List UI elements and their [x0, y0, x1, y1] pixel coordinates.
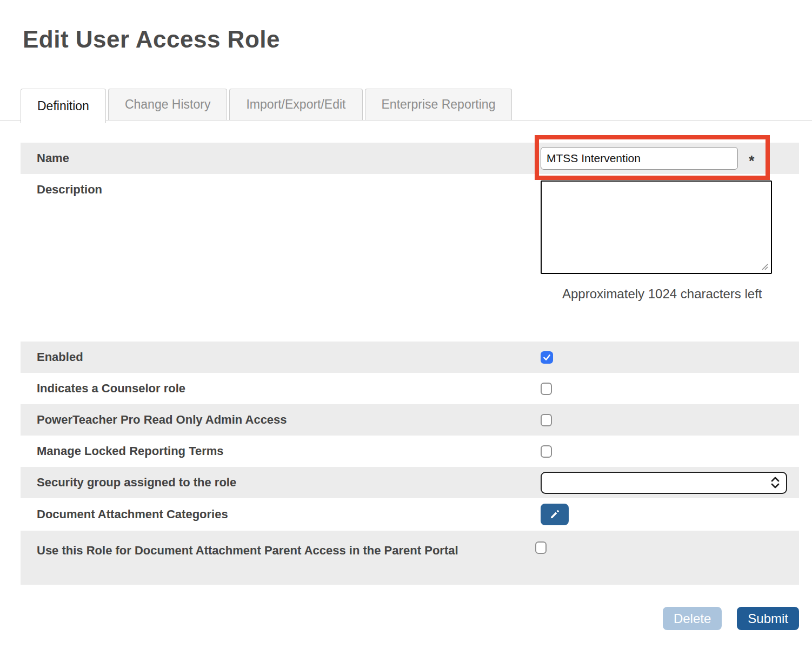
tab-bar: Definition Change History Import/Export/…: [0, 89, 812, 121]
pt-pro-read-only-label: PowerTeacher Pro Read Only Admin Access: [21, 404, 541, 436]
parent-portal-access-checkbox[interactable]: [535, 541, 547, 554]
tab-list: Definition Change History Import/Export/…: [21, 89, 812, 120]
submit-button[interactable]: Submit: [737, 607, 799, 630]
parent-portal-access-label: Use this Role for Document Attachment Pa…: [21, 531, 535, 562]
form-row-name: Name *: [21, 143, 799, 174]
form-row-description: Description Approximately 1024 character…: [21, 174, 799, 342]
tab-change-history[interactable]: Change History: [108, 89, 228, 120]
doc-attachment-categories-label: Document Attachment Categories: [21, 498, 541, 531]
form-row-manage-locked-terms: Manage Locked Reporting Terms: [21, 436, 799, 467]
edit-doc-categories-button[interactable]: [541, 504, 569, 525]
pt-pro-field-area: [541, 404, 799, 436]
description-field-area: Approximately 1024 characters left: [541, 174, 799, 305]
form-row-security-group: Security group assigned to the role: [21, 467, 799, 498]
counselor-checkbox[interactable]: [541, 383, 552, 395]
pt-pro-read-only-checkbox[interactable]: [541, 414, 552, 426]
enabled-field-area: [541, 342, 799, 373]
form-row-parent-portal-access: Use this Role for Document Attachment Pa…: [21, 531, 799, 585]
parent-portal-field-area: [535, 531, 799, 554]
description-textarea[interactable]: [541, 180, 772, 274]
required-asterisk: *: [749, 153, 755, 170]
tab-enterprise-reporting[interactable]: Enterprise Reporting: [365, 89, 513, 120]
characters-left-hint: Approximately 1024 characters left: [541, 283, 774, 305]
manage-locked-terms-checkbox[interactable]: [541, 445, 552, 458]
counselor-label: Indicates a Counselor role: [21, 373, 541, 404]
manage-locked-field-area: [541, 436, 799, 467]
enabled-checkbox[interactable]: [541, 351, 553, 364]
doc-attachment-field-area: [541, 498, 799, 531]
name-field-area: *: [541, 143, 799, 174]
description-label: Description: [21, 174, 541, 197]
pencil-icon: [549, 509, 561, 520]
page-title: Edit User Access Role: [23, 26, 280, 53]
counselor-field-area: [541, 373, 799, 404]
form-row-doc-attachment-categories: Document Attachment Categories: [21, 498, 799, 531]
edit-role-form: Name * Description Approximately 1024 ch…: [21, 143, 799, 585]
enabled-label: Enabled: [21, 342, 541, 373]
tab-import-export-edit[interactable]: Import/Export/Edit: [229, 89, 362, 120]
form-row-counselor: Indicates a Counselor role: [21, 373, 799, 404]
description-textarea-wrap: [541, 180, 772, 274]
name-label: Name: [21, 143, 541, 174]
security-group-field-area: [541, 467, 799, 498]
delete-button[interactable]: Delete: [663, 607, 722, 630]
security-group-label: Security group assigned to the role: [21, 467, 541, 498]
action-buttons: Delete Submit: [663, 607, 799, 630]
form-row-enabled: Enabled: [21, 342, 799, 373]
tab-definition[interactable]: Definition: [21, 89, 106, 123]
form-row-pt-pro-read-only: PowerTeacher Pro Read Only Admin Access: [21, 404, 799, 436]
updown-chevron-icon: [770, 476, 781, 490]
name-input[interactable]: [541, 147, 738, 170]
manage-locked-terms-label: Manage Locked Reporting Terms: [21, 436, 541, 467]
checkmark-icon: [543, 353, 551, 362]
security-group-select[interactable]: [541, 472, 787, 494]
